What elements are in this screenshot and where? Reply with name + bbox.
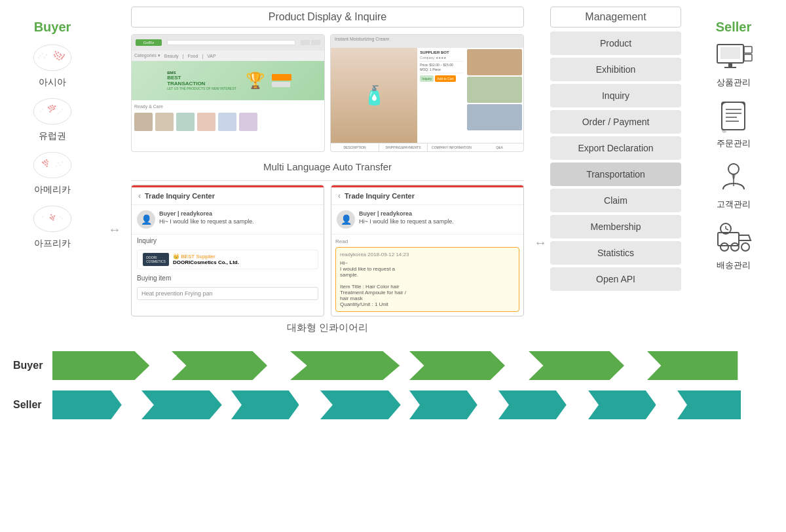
screenshot-right: Instant Moisturizing Cream 🧴 SUPPLIER BO…: [330, 34, 524, 152]
svg-point-55: [51, 218, 52, 219]
mgmt-product[interactable]: Product: [550, 31, 681, 55]
mgmt-export-declaration[interactable]: Export Declaration: [550, 136, 681, 160]
management-title: Management: [550, 7, 681, 28]
mgmt-membership[interactable]: Membership: [550, 215, 681, 238]
customer-management-icon: [714, 160, 753, 196]
seller-order-item: 주문관리: [714, 99, 753, 149]
svg-point-80: [741, 243, 749, 251]
buyer-title: Buyer: [34, 20, 71, 35]
supplier-info: DOORICOSMETICS 👑 BEST Supplier DOORICosm…: [137, 250, 318, 269]
left-arrow: ↔: [105, 124, 124, 334]
seller-arrow-shape-5: [498, 390, 567, 419]
svg-point-31: [54, 105, 56, 107]
svg-marker-87: [409, 351, 505, 380]
buyer-step-text-0: 상품검색: [149, 354, 178, 377]
mgmt-statistics[interactable]: Statistics: [550, 241, 681, 265]
chat-message-bubble: readykorea 2018-09-12 14:23 Hi~ I would …: [335, 247, 519, 312]
svg-point-44: [45, 164, 46, 165]
svg-point-17: [42, 53, 43, 54]
dialog-label: 대화형 인콰이어리: [287, 322, 368, 334]
mgmt-transportation[interactable]: Transportation: [550, 162, 681, 186]
svg-point-48: [58, 162, 59, 164]
svg-rect-66: [724, 67, 736, 68]
buyer-arrow-shape-2: [290, 351, 400, 380]
mgmt-open-api[interactable]: Open API: [550, 267, 681, 291]
product-display-title: Product Display & Inquire: [131, 7, 524, 28]
seller-step-text-4: 상품 준비: [477, 393, 505, 417]
svg-marker-97: [677, 390, 741, 419]
chat-read-label: Read: [335, 238, 348, 244]
mgmt-order-payment[interactable]: Order / Payment: [550, 110, 681, 134]
svg-point-59: [50, 214, 52, 216]
svg-point-57: [50, 217, 51, 218]
svg-point-15: [55, 51, 56, 52]
seller-flow-label: Seller: [13, 399, 52, 411]
svg-point-37: [42, 109, 43, 110]
svg-point-23: [52, 105, 53, 106]
mgmt-inquiry[interactable]: Inquiry: [550, 84, 681, 107]
seller-arrow-shape-4: [409, 390, 477, 419]
buyer-flow-arrows: 상품검색 구매 문의 협상: [52, 351, 773, 380]
svg-marker-96: [588, 390, 656, 419]
screenshot-left-products: Ready & Care: [132, 100, 324, 134]
buyer-step-4: 배송 조회: [529, 351, 654, 380]
mgmt-exhibition[interactable]: Exhibition: [550, 58, 681, 81]
region-africa-label: 아프리카: [34, 238, 71, 250]
buyer-arrow-shape-3: [409, 351, 505, 380]
screenshot-right-content: 🧴 SUPPLIER BOT Company: ★★★★ Price: $12.…: [331, 48, 523, 143]
middle-section: Product Display & Inquire GoB!z Categori…: [124, 7, 531, 334]
svg-point-50: [62, 162, 63, 163]
svg-point-49: [60, 164, 61, 166]
svg-point-14: [64, 54, 65, 56]
seller-delivery-item: 배송관리: [713, 221, 755, 271]
svg-point-11: [54, 54, 55, 56]
seller-step-text-7: 사후 서비스: [741, 393, 773, 417]
svg-point-20: [46, 54, 47, 56]
svg-point-29: [52, 109, 54, 110]
svg-point-36: [40, 111, 41, 112]
svg-point-24: [51, 107, 52, 108]
svg-point-26: [49, 108, 50, 109]
buyer-step-3: 주문 결제: [409, 351, 535, 380]
inquiry-box-left: ‹ Trade Inquiry Center 👤 Buyer | readyko…: [131, 185, 324, 316]
chat-sender: readykorea 2018-09-12 14:23: [340, 252, 515, 257]
seller-delivery-label: 배송관리: [717, 259, 751, 271]
seller-step-text-0: 상품등록: [122, 393, 149, 417]
buyer-step-2: 협상: [290, 351, 416, 380]
svg-marker-88: [529, 351, 624, 380]
supplier-logo: DOORICOSMETICS: [143, 253, 169, 266]
inquiry-header-right: ‹ Trade Inquiry Center: [331, 187, 523, 205]
svg-marker-91: [141, 390, 222, 419]
buyer-avatar-left: 👤: [137, 210, 155, 229]
delivery-management-icon: [713, 221, 755, 257]
right-arrow: ↔: [531, 151, 550, 334]
svg-point-12: [63, 56, 64, 57]
svg-line-83: [726, 229, 728, 230]
svg-point-9: [56, 58, 58, 59]
bottom-section: Buyer 상품검색 구매 문의: [0, 341, 786, 440]
svg-point-10: [58, 59, 60, 60]
svg-point-7: [54, 56, 56, 57]
svg-point-47: [46, 166, 47, 167]
seller-step-6: 해외 배송: [588, 390, 684, 419]
svg-point-42: [45, 162, 47, 163]
mgmt-claim[interactable]: Claim: [550, 189, 681, 212]
svg-rect-67: [744, 47, 752, 53]
chevron-right-icon: ‹: [338, 191, 341, 200]
seller-step-1: 전시: [141, 390, 237, 419]
seller-step-text-6: 해외 배송: [656, 393, 683, 417]
svg-point-39: [44, 161, 45, 162]
inquiry-header-left: ‹ Trade Inquiry Center: [132, 187, 324, 205]
seller-step-text-5: 수출 통관: [567, 393, 594, 417]
seller-arrow-shape-2: [231, 390, 299, 419]
svg-point-16: [40, 55, 41, 56]
svg-point-28: [50, 109, 52, 111]
seller-flow-arrows: 상품등록 전시 구매 대용: [52, 390, 773, 419]
svg-point-32: [49, 111, 50, 112]
seller-step-4: 상품 준비: [409, 390, 505, 419]
buyer-column: Buyer: [0, 7, 105, 334]
inquiry-message-right: 👤 Buyer | readykorea Hi~ I would like to…: [331, 205, 523, 235]
buyer-step-5: 사후 서비스: [647, 351, 773, 380]
svg-point-79: [731, 243, 739, 251]
seller-step-0: 상품등록: [52, 390, 148, 419]
